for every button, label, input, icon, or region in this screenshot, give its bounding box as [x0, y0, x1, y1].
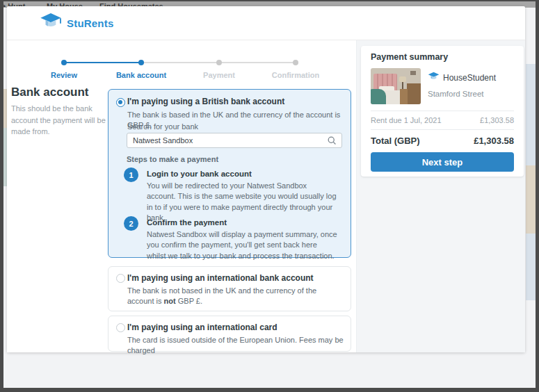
option-title: I'm paying using an international card — [127, 322, 277, 332]
step-dot-confirmation — [293, 60, 298, 65]
search-bank-label: Search for your bank — [127, 122, 198, 131]
rent-due-label: Rent due 1 Jul, 2021 — [371, 116, 442, 124]
steps-heading: Steps to make a payment — [127, 155, 218, 163]
page: se Hunt ⌄ My House ⌄ Find Housemates — [3, 1, 536, 388]
stepper-label-payment: Payment — [177, 71, 261, 79]
next-step-button[interactable]: Next step — [371, 152, 514, 172]
landlord-name: HouseStudent — [443, 73, 496, 83]
screenshot-frame: se Hunt ⌄ My House ⌄ Find Housemates — [0, 0, 539, 392]
background-blob — [526, 64, 536, 165]
summary-sidebar: Payment summary — [356, 40, 525, 352]
property-photo — [371, 68, 421, 104]
modal-header: StuRents — [7, 6, 525, 40]
stepper-label-confirmation: Confirmation — [254, 71, 337, 79]
page-title: Bank account — [11, 85, 88, 99]
search-icon — [327, 136, 337, 145]
step-1-badge: 1 — [124, 168, 138, 182]
option-title: I'm paying using a British bank account — [127, 97, 284, 106]
stepper-track-complete — [64, 62, 141, 63]
brand-name: StuRents — [67, 17, 113, 29]
option-british-bank-account[interactable]: I'm paying using a British bank account … — [108, 89, 351, 258]
step-dot-review — [61, 60, 67, 65]
step-1-description: You will be redirected to your Natwest S… — [147, 181, 337, 224]
payment-summary-card: Payment summary — [361, 46, 524, 177]
summary-title: Payment summary — [371, 52, 514, 62]
sturents-logo[interactable]: StuRents — [40, 11, 113, 35]
radio-international-card[interactable] — [116, 323, 125, 332]
step-2-title: Confirm the payment — [147, 218, 227, 227]
background-blob — [526, 165, 536, 234]
option-title: I'm paying using an international bank a… — [127, 273, 314, 283]
bank-search-field — [127, 133, 342, 148]
landlord-row: HouseStudent — [428, 71, 496, 85]
payment-modal: StuRents Review Bank account Payment Con… — [7, 6, 525, 352]
option-international-card[interactable]: I'm paying using an international card T… — [108, 316, 351, 352]
radio-international-bank[interactable] — [116, 274, 125, 283]
property-street: Stamford Street — [428, 90, 496, 98]
step-1-title: Login to your bank account — [147, 170, 252, 178]
radio-british-bank[interactable] — [116, 98, 125, 107]
main-content: Review Bank account Payment Confirmation… — [7, 40, 356, 352]
option-description: The bank is not based in the UK and the … — [127, 286, 341, 307]
step-dot-bank-account — [138, 60, 144, 65]
step-2-badge: 2 — [124, 216, 138, 231]
stepper-label-bank-account[interactable]: Bank account — [99, 71, 183, 79]
page-description: This should be the bank account the paym… — [11, 103, 108, 138]
bank-search-input[interactable] — [127, 136, 327, 145]
step-2-description: Natwest Sandbox will display a payment s… — [147, 229, 337, 261]
background-blob — [526, 234, 536, 300]
total-label: Total (GBP) — [371, 136, 420, 146]
emphasis-not: not — [164, 297, 176, 305]
rent-due-value: £1,303.58 — [480, 116, 514, 124]
property-info: HouseStudent Stamford Street — [428, 68, 496, 104]
stepper-label-review[interactable]: Review — [22, 71, 106, 79]
graduation-cap-icon — [428, 71, 440, 85]
graduation-cap-icon — [40, 11, 62, 35]
option-description: The card is issued outside of the Europe… — [127, 335, 344, 356]
total-row: Total (GBP) £1,303.58 — [371, 130, 514, 152]
rent-due-row: Rent due 1 Jul, 2021 £1,303.58 — [371, 111, 514, 129]
property-row: HouseStudent Stamford Street — [371, 68, 514, 104]
step-dot-payment — [216, 60, 222, 65]
total-value: £1,303.58 — [474, 136, 514, 146]
option-international-bank-account[interactable]: I'm paying using an international bank a… — [108, 266, 351, 311]
